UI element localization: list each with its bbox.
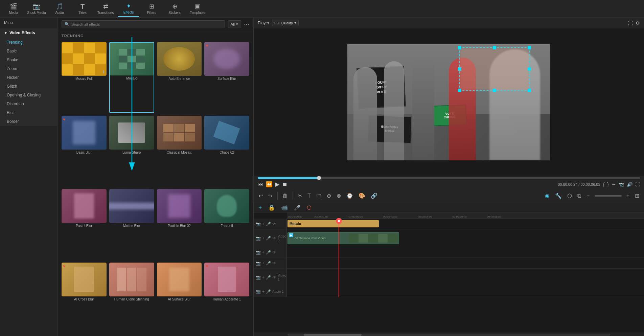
track-add-btn-5[interactable]: +: [262, 275, 264, 280]
track-cam-btn-3[interactable]: 📷: [256, 250, 261, 255]
search-box[interactable]: 🔍: [62, 20, 225, 28]
tl-cam-btn[interactable]: 📹: [279, 203, 290, 212]
video-effects-header[interactable]: ▼ Video Effects: [0, 28, 57, 38]
toolbar-effects[interactable]: ✦ Effects: [118, 1, 139, 17]
clip-end-btn[interactable]: }: [607, 182, 609, 187]
track-add-btn-4[interactable]: +: [262, 261, 264, 266]
progress-handle[interactable]: [317, 176, 321, 180]
skip-back-btn[interactable]: ⏮: [258, 181, 263, 187]
play-btn[interactable]: ▶: [275, 181, 279, 187]
magnet-btn[interactable]: 🔧: [553, 191, 564, 200]
track-cam-btn-4[interactable]: 📷: [256, 261, 261, 266]
mine-item[interactable]: Mine: [0, 18, 57, 28]
adjust-btn[interactable]: ⧉: [575, 192, 583, 200]
category-glitch[interactable]: Glitch: [0, 82, 57, 91]
track-mic-btn-5[interactable]: 🎤: [266, 275, 271, 280]
category-opening[interactable]: Opening & Closing: [0, 91, 57, 99]
volume-btn[interactable]: 🔊: [627, 182, 632, 187]
zoom-slider[interactable]: [595, 195, 622, 197]
track-mic-btn[interactable]: 🎤: [266, 222, 271, 226]
category-flicker[interactable]: Flicker: [0, 73, 57, 82]
timeline-scrollbar[interactable]: [254, 333, 644, 336]
category-distortion[interactable]: Distortion: [0, 99, 57, 108]
effect-clip-mosaic[interactable]: Mosaic: [288, 220, 379, 227]
zoom-in-btn[interactable]: +: [624, 192, 631, 200]
effect-chaos[interactable]: Chaos 02: [204, 116, 249, 186]
track-eye-btn-5[interactable]: 👁: [272, 275, 276, 280]
zoom-out-btn[interactable]: −: [584, 192, 592, 200]
color-btn[interactable]: 🎨: [356, 191, 367, 200]
track-add-btn-2[interactable]: +: [262, 236, 264, 241]
undo-btn[interactable]: ↩: [256, 191, 265, 200]
category-zoom[interactable]: Zoom: [0, 64, 57, 73]
track-cam-btn-5[interactable]: 📷: [256, 275, 261, 280]
category-basic[interactable]: Basic: [0, 47, 57, 55]
progress-bar[interactable]: [258, 177, 640, 179]
video-clip[interactable]: ▶ 06 Replace Your Video: [288, 232, 399, 244]
effect-face-off[interactable]: Face-off: [204, 189, 249, 260]
cut-btn[interactable]: ✂: [296, 191, 304, 200]
snapshot-btn[interactable]: 📷: [618, 182, 624, 187]
split-btn[interactable]: ⊢: [612, 182, 616, 187]
more-button[interactable]: ⋯: [244, 21, 249, 27]
stop-btn[interactable]: ⏹: [282, 181, 288, 187]
crop-btn[interactable]: ⬚: [314, 191, 323, 200]
clip-start-btn[interactable]: {: [603, 182, 605, 187]
tl-lock-btn[interactable]: 🔒: [266, 203, 277, 212]
toolbar-titles[interactable]: T Titles: [72, 1, 93, 17]
tl-mic-btn[interactable]: 🎤: [292, 203, 303, 212]
settings-icon[interactable]: ⚙: [636, 20, 640, 26]
track-mic-btn-3[interactable]: 🎤: [266, 250, 271, 255]
toolbar-stock[interactable]: 📷 Stock Media: [26, 1, 47, 17]
effect-human-apparate[interactable]: ♥ Human Apparate 1: [204, 263, 249, 333]
snap-btn[interactable]: ◉: [543, 191, 552, 200]
track-eye-btn[interactable]: 👁: [272, 222, 276, 226]
track-eye-btn-4[interactable]: 👁: [272, 261, 276, 266]
search-input[interactable]: [71, 22, 222, 26]
track-mic-btn-2[interactable]: 🎤: [266, 236, 271, 241]
scroll-thumb[interactable]: [304, 334, 362, 336]
toolbar-transitions[interactable]: ⇄ Transitions: [95, 1, 116, 17]
tl-add-track-btn[interactable]: +: [256, 203, 264, 212]
tl-playhead-btn[interactable]: ⬡: [305, 203, 314, 212]
filter-dropdown[interactable]: All ▾: [228, 20, 241, 28]
category-trending[interactable]: Trending: [0, 38, 57, 47]
effect-mosaic-full[interactable]: ⬇ Mosaic Full: [62, 42, 107, 113]
effect-auto-enhance[interactable]: Auto Enhance: [157, 42, 202, 113]
scroll-track[interactable]: [288, 334, 610, 336]
toolbar-filters[interactable]: ⊞ Filters: [141, 1, 162, 17]
track-cam-btn-2[interactable]: 📷: [256, 236, 261, 241]
step-back-btn[interactable]: ⏪: [266, 181, 273, 187]
effect-ai-cross[interactable]: ♥ AI Cross Blur: [62, 263, 107, 333]
text-btn[interactable]: T: [305, 192, 313, 200]
toolbar-audio[interactable]: 🎵 Audio: [49, 1, 70, 17]
track-eye-btn-2[interactable]: 👁: [272, 236, 276, 241]
quality-selector[interactable]: Full Quality ▾: [272, 20, 299, 26]
merge-btn[interactable]: ⊕: [325, 191, 333, 200]
effect-basic-blur[interactable]: ♥ Basic Blur: [62, 116, 107, 186]
track-add-btn-6[interactable]: +: [262, 289, 264, 294]
track-cam-btn-6[interactable]: 📷: [256, 289, 261, 294]
track-mic-btn-6[interactable]: 🎤: [266, 289, 271, 294]
toolbar-media[interactable]: 🎬 Media: [3, 1, 24, 17]
toolbar-templates[interactable]: ▣ Templates: [187, 1, 208, 17]
category-blur[interactable]: Blur: [0, 108, 57, 117]
category-border[interactable]: Border: [0, 117, 57, 126]
fullscreen-btn[interactable]: ⛶: [635, 182, 640, 187]
effect-motion-blur[interactable]: Motion Blur: [109, 189, 154, 260]
effect-particle-blur[interactable]: Particle Blur 02: [157, 189, 202, 260]
effect-human-clone[interactable]: Human Clone Shinning: [109, 263, 154, 333]
effect-luma-sharp[interactable]: Luma Sharp: [109, 116, 154, 186]
effect-pastel-blur[interactable]: Pastel Blur: [62, 189, 107, 260]
track-add-btn[interactable]: +: [262, 222, 264, 226]
marker-btn[interactable]: ⬡: [565, 191, 574, 200]
toolbar-stickers[interactable]: ⊕ Stickers: [164, 1, 185, 17]
category-shake[interactable]: Shake: [0, 55, 57, 64]
expand-icon[interactable]: ⛶: [628, 20, 633, 26]
track-eye-btn-3[interactable]: 👁: [272, 250, 276, 255]
grid-btn[interactable]: ⊞: [633, 191, 641, 200]
effect-classical-mosaic[interactable]: Classical Mosaic: [157, 116, 202, 186]
speed-btn[interactable]: ⌚: [344, 191, 355, 200]
detach-btn[interactable]: ⊗: [335, 191, 343, 200]
track-add-btn-3[interactable]: +: [262, 250, 264, 255]
